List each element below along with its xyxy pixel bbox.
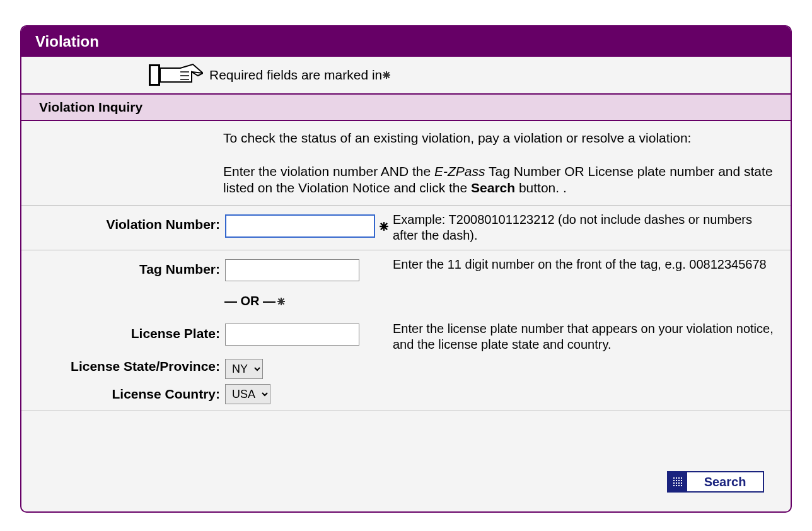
license-plate-input[interactable]: [225, 324, 359, 346]
violation-number-label: Violation Number:: [21, 212, 225, 232]
license-state-row: License State/Province: NY: [21, 359, 791, 382]
license-plate-label: License Plate:: [21, 321, 225, 341]
svg-rect-1: [151, 66, 158, 84]
license-plate-row: License Plate: Enter the license plate n…: [21, 315, 791, 359]
pointing-hand-icon: [149, 61, 203, 90]
intro-line2: Enter the violation number AND the E-ZPa…: [223, 163, 778, 197]
license-state-select[interactable]: NY: [225, 359, 263, 379]
license-country-row: License Country: USA: [21, 382, 791, 411]
required-asterisk-icon: [379, 221, 389, 231]
search-button[interactable]: Search: [667, 471, 764, 493]
required-asterisk-icon: [382, 71, 391, 79]
license-plate-hint: Enter the license plate number that appe…: [389, 321, 778, 353]
tag-number-label: Tag Number:: [21, 257, 225, 277]
violation-number-input[interactable]: [225, 214, 375, 238]
search-button-label: Search: [687, 472, 763, 491]
violation-number-row: Violation Number: Example: T200801011232…: [21, 206, 791, 250]
violation-panel: Violation Required fields are marked in …: [20, 25, 792, 513]
intro-text: To check the status of an existing viola…: [21, 121, 791, 206]
required-fields-text: Required fields are marked in: [209, 67, 382, 83]
tag-number-hint: Enter the 11 digit number on the front o…: [389, 257, 778, 272]
grid-icon: [668, 472, 687, 491]
required-fields-bar: Required fields are marked in: [21, 57, 791, 95]
license-country-label: License Country:: [21, 384, 225, 402]
license-state-label: License State/Province:: [21, 359, 225, 374]
section-title: Violation Inquiry: [21, 95, 791, 121]
or-separator: — OR —: [21, 288, 791, 315]
panel-title: Violation: [21, 26, 791, 57]
action-row: Search: [21, 411, 791, 511]
violation-number-hint: Example: T20080101123212 (do not include…: [389, 212, 778, 243]
license-country-select[interactable]: USA: [225, 384, 270, 404]
required-asterisk-icon: [277, 297, 286, 306]
intro-line1: To check the status of an existing viola…: [223, 130, 778, 146]
tag-number-row: Tag Number: Enter the 11 digit number on…: [21, 250, 791, 288]
tag-number-input[interactable]: [225, 259, 359, 281]
